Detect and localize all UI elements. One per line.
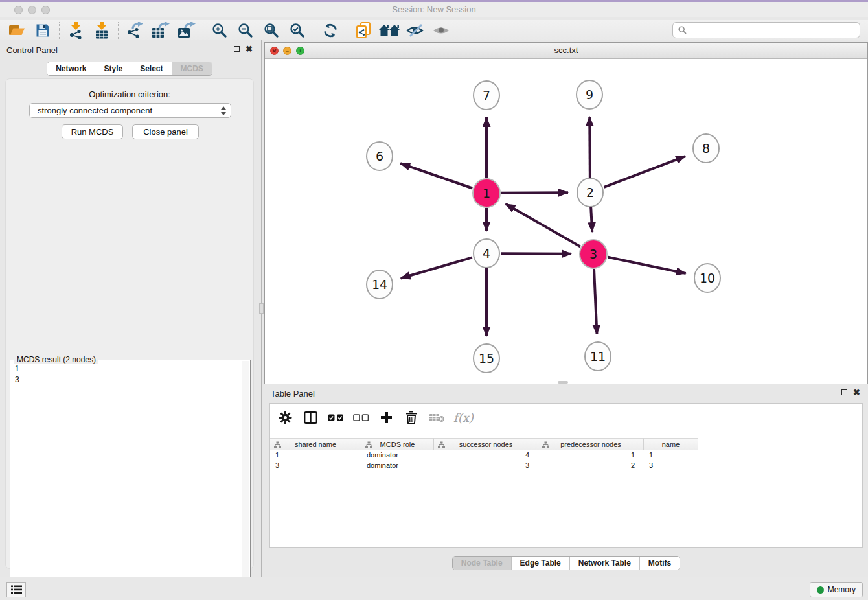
- toolbar-separator: [118, 22, 119, 39]
- graph-edge-2-8[interactable]: [604, 156, 686, 187]
- deselect-all-checkboxes-icon[interactable]: [352, 408, 369, 426]
- column-header-label: shared name: [295, 441, 336, 448]
- task-history-button[interactable]: [6, 582, 26, 597]
- graph-edge-2-9[interactable]: [589, 117, 590, 178]
- graph-node-label-8: 8: [702, 141, 710, 156]
- column-header-label: predecessor nodes: [560, 441, 621, 448]
- graph-edge-3-10[interactable]: [608, 257, 686, 273]
- export-image-icon[interactable]: [174, 21, 200, 40]
- result-scrollbar[interactable]: [242, 361, 249, 600]
- column-header-successor-nodes[interactable]: successor nodes: [434, 438, 538, 450]
- column-header-name[interactable]: name: [644, 438, 698, 450]
- task-list-icon: [11, 585, 22, 594]
- search-box[interactable]: [672, 22, 860, 38]
- table-toolbar: f(x): [270, 404, 862, 431]
- tab-select[interactable]: Select: [131, 62, 171, 75]
- column-header-predecessor-nodes[interactable]: predecessor nodes: [538, 438, 644, 450]
- hide-selected-icon[interactable]: [402, 21, 428, 40]
- status-bar: Memory: [0, 577, 868, 600]
- zoom-in-icon[interactable]: [207, 21, 233, 40]
- tab-mcds[interactable]: MCDS: [172, 62, 212, 75]
- save-session-icon[interactable]: [30, 21, 56, 40]
- table-cell: 3: [270, 461, 361, 471]
- zoom-fit-icon[interactable]: [258, 21, 284, 40]
- splitter-grip[interactable]: [259, 303, 264, 314]
- graph-edge-4-14[interactable]: [401, 257, 472, 278]
- graph-edge-3-11[interactable]: [594, 269, 597, 334]
- toolbar-separator: [347, 22, 347, 39]
- zoom-selected-icon[interactable]: [284, 21, 310, 40]
- close-panel-icon[interactable]: ✖: [246, 45, 253, 52]
- table-row[interactable]: 1dominator411: [270, 450, 698, 461]
- canvas-scroll-nub[interactable]: [558, 381, 568, 384]
- select-all-checkboxes-icon[interactable]: [327, 408, 344, 426]
- table-panel-title: Table Panel: [271, 389, 315, 398]
- column-header-shared-name[interactable]: shared name: [270, 438, 361, 450]
- refresh-icon[interactable]: [317, 21, 343, 40]
- search-input[interactable]: [691, 26, 854, 35]
- toolbar-separator: [203, 22, 203, 39]
- table-cell: 1: [270, 450, 361, 461]
- tab-network[interactable]: Network: [47, 62, 95, 75]
- function-builder-icon: f(x): [453, 408, 474, 426]
- graph-node-label-3: 3: [589, 247, 597, 261]
- run-mcds-button[interactable]: Run MCDS: [62, 124, 123, 139]
- graph-node-label-9: 9: [586, 87, 593, 102]
- network-view-window: ✕ − + scc.txt 7968124314101511: [264, 42, 868, 384]
- export-network-icon[interactable]: [122, 21, 148, 40]
- table-cell: 3: [644, 461, 698, 471]
- graph-edge-3-1[interactable]: [506, 204, 580, 247]
- add-column-icon[interactable]: [378, 408, 394, 426]
- control-panel-header: Control Panel ✖: [0, 44, 259, 57]
- tree-icon: [542, 441, 549, 448]
- graph-node-label-6: 6: [376, 149, 383, 163]
- zoom-out-icon[interactable]: [233, 21, 258, 40]
- show-all-icon[interactable]: [428, 21, 454, 40]
- app-titlebar: Session: New Session: [0, 0, 868, 17]
- graph-node-label-2: 2: [586, 185, 594, 200]
- table-panel: Table Panel ✖: [264, 386, 868, 577]
- table-cell: dominator: [361, 450, 434, 461]
- float-panel-icon[interactable]: [234, 46, 240, 52]
- table-header-row: shared nameMCDS rolesuccessor nodesprede…: [270, 438, 698, 450]
- float-table-panel-icon[interactable]: [841, 389, 847, 395]
- table-body: 1dominator4113dominator323: [270, 450, 698, 471]
- settings-gear-icon[interactable]: [277, 408, 293, 426]
- graph-node-label-1: 1: [483, 186, 490, 200]
- network-window-titlebar[interactable]: ✕ − + scc.txt: [265, 43, 867, 59]
- first-neighbors-icon[interactable]: [376, 21, 402, 40]
- graph-node-label-11: 11: [590, 349, 606, 363]
- close-panel-button[interactable]: Close panel: [132, 124, 199, 139]
- network-canvas[interactable]: 7968124314101511: [265, 59, 867, 384]
- tab-style[interactable]: Style: [95, 62, 131, 75]
- tab-motifs[interactable]: Motifs: [639, 557, 680, 570]
- import-network-icon[interactable]: [63, 21, 89, 40]
- tab-network-table[interactable]: Network Table: [569, 557, 639, 570]
- optimization-criterion-dropdown[interactable]: strongly connected component: [29, 103, 231, 118]
- delete-columns-icon[interactable]: [403, 408, 420, 426]
- graph-edge-2-3[interactable]: [591, 207, 592, 232]
- control-panel-title: Control Panel: [6, 45, 58, 55]
- export-table-icon[interactable]: [148, 21, 174, 40]
- close-table-panel-icon[interactable]: ✖: [853, 389, 860, 396]
- graph-edge-4-3[interactable]: [501, 253, 571, 254]
- show-column-panel-icon[interactable]: [302, 408, 319, 426]
- tree-icon: [438, 441, 445, 448]
- new-network-from-selection-icon[interactable]: [350, 21, 376, 40]
- mcds-result-list[interactable]: 1 3: [10, 362, 241, 600]
- mcds-result-group: MCDS result (2 nodes) 1 3: [10, 360, 251, 600]
- tab-edge-table[interactable]: Edge Table: [511, 557, 569, 570]
- graph-node-label-14: 14: [372, 277, 387, 292]
- dropdown-stepper-icon: [220, 106, 227, 115]
- memory-button[interactable]: Memory: [810, 582, 863, 597]
- open-session-icon[interactable]: [4, 21, 30, 40]
- graph-edge-1-2[interactable]: [501, 192, 568, 193]
- import-table-icon[interactable]: [89, 21, 115, 40]
- table-row[interactable]: 3dominator323: [270, 461, 698, 471]
- graph-edge-1-6[interactable]: [400, 163, 472, 188]
- column-header-mcds-role[interactable]: MCDS role: [361, 438, 434, 450]
- toolbar-separator: [314, 22, 314, 39]
- panel-splitter[interactable]: [259, 40, 264, 577]
- tab-node-table[interactable]: Node Table: [453, 557, 511, 570]
- main-toolbar: [0, 20, 868, 40]
